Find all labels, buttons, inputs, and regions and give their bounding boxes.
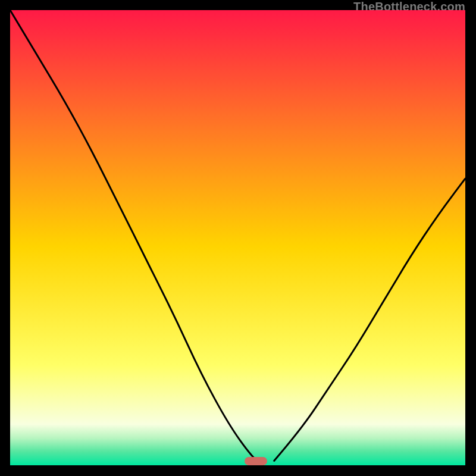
chart-frame: TheBottleneck.com xyxy=(0,0,476,476)
optimum-marker xyxy=(245,457,267,465)
plot-area xyxy=(10,10,465,465)
bottleneck-curve xyxy=(10,10,465,465)
